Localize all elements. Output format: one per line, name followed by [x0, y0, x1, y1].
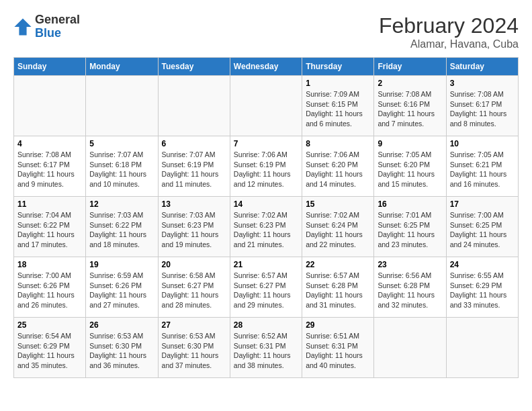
logo-general-text: General [35, 13, 80, 26]
day-info: Sunrise: 7:02 AM Sunset: 6:23 PM Dayligh… [234, 210, 298, 250]
weekday-header-tuesday: Tuesday [158, 58, 230, 76]
logo-icon [13, 17, 32, 36]
day-info: Sunrise: 7:09 AM Sunset: 6:15 PM Dayligh… [306, 89, 370, 129]
day-info: Sunrise: 6:58 AM Sunset: 6:27 PM Dayligh… [162, 271, 226, 310]
day-number: 21 [234, 260, 298, 269]
day-info: Sunrise: 6:53 AM Sunset: 6:30 PM Dayligh… [162, 331, 226, 371]
day-info: Sunrise: 6:57 AM Sunset: 6:27 PM Dayligh… [234, 271, 298, 310]
day-info: Sunrise: 7:03 AM Sunset: 6:22 PM Dayligh… [89, 210, 154, 250]
logo-blue-text: Blue [35, 26, 61, 40]
svg-marker-0 [14, 18, 31, 35]
day-info: Sunrise: 6:54 AM Sunset: 6:29 PM Dayligh… [17, 331, 82, 371]
day-info: Sunrise: 7:04 AM Sunset: 6:22 PM Dayligh… [17, 210, 82, 250]
day-info: Sunrise: 6:56 AM Sunset: 6:28 PM Dayligh… [378, 271, 442, 310]
calendar-cell: 17Sunrise: 7:00 AM Sunset: 6:25 PM Dayli… [446, 197, 518, 257]
calendar-cell: 29Sunrise: 6:51 AM Sunset: 6:31 PM Dayli… [302, 318, 374, 378]
calendar-week-row: 4Sunrise: 7:08 AM Sunset: 6:17 PM Daylig… [14, 136, 519, 197]
day-info: Sunrise: 7:06 AM Sunset: 6:19 PM Dayligh… [234, 150, 298, 189]
day-number: 17 [450, 199, 515, 209]
calendar-cell: 13Sunrise: 7:03 AM Sunset: 6:23 PM Dayli… [158, 197, 230, 257]
calendar-cell: 6Sunrise: 7:07 AM Sunset: 6:19 PM Daylig… [158, 136, 230, 197]
day-info: Sunrise: 7:01 AM Sunset: 6:25 PM Dayligh… [378, 210, 442, 250]
subtitle: Alamar, Havana, Cuba [379, 38, 519, 50]
calendar-week-row: 1Sunrise: 7:09 AM Sunset: 6:15 PM Daylig… [14, 76, 519, 136]
day-info: Sunrise: 6:52 AM Sunset: 6:31 PM Dayligh… [234, 331, 298, 371]
day-info: Sunrise: 6:53 AM Sunset: 6:30 PM Dayligh… [89, 331, 154, 371]
calendar-cell: 23Sunrise: 6:56 AM Sunset: 6:28 PM Dayli… [374, 257, 446, 318]
day-number: 24 [450, 260, 515, 269]
weekday-header-wednesday: Wednesday [230, 58, 302, 76]
day-number: 1 [306, 79, 370, 88]
day-info: Sunrise: 7:08 AM Sunset: 6:17 PM Dayligh… [17, 150, 82, 189]
day-number: 6 [162, 139, 226, 148]
day-number: 26 [89, 320, 154, 330]
calendar-cell: 20Sunrise: 6:58 AM Sunset: 6:27 PM Dayli… [158, 257, 230, 318]
day-number: 25 [17, 320, 82, 330]
calendar-cell: 18Sunrise: 7:00 AM Sunset: 6:26 PM Dayli… [14, 257, 86, 318]
day-info: Sunrise: 7:00 AM Sunset: 6:26 PM Dayligh… [17, 271, 82, 310]
day-info: Sunrise: 6:51 AM Sunset: 6:31 PM Dayligh… [306, 331, 370, 371]
day-info: Sunrise: 7:07 AM Sunset: 6:18 PM Dayligh… [89, 150, 154, 189]
day-info: Sunrise: 7:08 AM Sunset: 6:17 PM Dayligh… [450, 89, 515, 129]
day-info: Sunrise: 7:03 AM Sunset: 6:23 PM Dayligh… [162, 210, 226, 250]
day-info: Sunrise: 7:08 AM Sunset: 6:16 PM Dayligh… [378, 89, 442, 129]
day-info: Sunrise: 7:07 AM Sunset: 6:19 PM Dayligh… [162, 150, 226, 189]
day-number: 15 [306, 199, 370, 209]
day-info: Sunrise: 7:02 AM Sunset: 6:24 PM Dayligh… [306, 210, 370, 250]
day-number: 13 [162, 199, 226, 209]
day-number: 10 [450, 139, 515, 148]
calendar-cell: 22Sunrise: 6:57 AM Sunset: 6:28 PM Dayli… [302, 257, 374, 318]
day-number: 4 [17, 139, 82, 148]
calendar-week-row: 18Sunrise: 7:00 AM Sunset: 6:26 PM Dayli… [14, 257, 519, 318]
day-number: 28 [234, 320, 298, 330]
logo: General Blue [13, 13, 80, 40]
calendar-cell: 27Sunrise: 6:53 AM Sunset: 6:30 PM Dayli… [158, 318, 230, 378]
day-info: Sunrise: 7:00 AM Sunset: 6:25 PM Dayligh… [450, 210, 515, 250]
day-info: Sunrise: 6:55 AM Sunset: 6:29 PM Dayligh… [450, 271, 515, 310]
header: General Blue February 2024 Alamar, Havan… [13, 13, 519, 50]
day-number: 14 [234, 199, 298, 209]
calendar-cell: 2Sunrise: 7:08 AM Sunset: 6:16 PM Daylig… [374, 76, 446, 136]
weekday-header-thursday: Thursday [302, 58, 374, 76]
day-number: 27 [162, 320, 226, 330]
calendar-cell: 14Sunrise: 7:02 AM Sunset: 6:23 PM Dayli… [230, 197, 302, 257]
calendar-cell: 16Sunrise: 7:01 AM Sunset: 6:25 PM Dayli… [374, 197, 446, 257]
day-info: Sunrise: 6:57 AM Sunset: 6:28 PM Dayligh… [306, 271, 370, 310]
logo-text: General Blue [35, 13, 80, 40]
calendar-cell: 4Sunrise: 7:08 AM Sunset: 6:17 PM Daylig… [14, 136, 86, 197]
calendar-cell: 25Sunrise: 6:54 AM Sunset: 6:29 PM Dayli… [14, 318, 86, 378]
calendar-cell: 28Sunrise: 6:52 AM Sunset: 6:31 PM Dayli… [230, 318, 302, 378]
calendar-cell: 1Sunrise: 7:09 AM Sunset: 6:15 PM Daylig… [302, 76, 374, 136]
calendar-cell: 19Sunrise: 6:59 AM Sunset: 6:26 PM Dayli… [86, 257, 158, 318]
day-number: 9 [378, 139, 442, 148]
calendar-cell [158, 76, 230, 136]
day-number: 19 [89, 260, 154, 269]
weekday-header-saturday: Saturday [446, 58, 518, 76]
calendar-cell [86, 76, 158, 136]
day-number: 11 [17, 199, 82, 209]
main-title: February 2024 [379, 13, 519, 38]
day-number: 2 [378, 79, 442, 88]
calendar-cell: 10Sunrise: 7:05 AM Sunset: 6:21 PM Dayli… [446, 136, 518, 197]
calendar-cell: 7Sunrise: 7:06 AM Sunset: 6:19 PM Daylig… [230, 136, 302, 197]
day-number: 12 [89, 199, 154, 209]
day-info: Sunrise: 7:05 AM Sunset: 6:20 PM Dayligh… [378, 150, 442, 189]
day-info: Sunrise: 7:05 AM Sunset: 6:21 PM Dayligh… [450, 150, 515, 189]
calendar-week-row: 25Sunrise: 6:54 AM Sunset: 6:29 PM Dayli… [14, 318, 519, 378]
day-number: 20 [162, 260, 226, 269]
weekday-header-monday: Monday [86, 58, 158, 76]
day-number: 8 [306, 139, 370, 148]
calendar-cell: 15Sunrise: 7:02 AM Sunset: 6:24 PM Dayli… [302, 197, 374, 257]
calendar-cell: 3Sunrise: 7:08 AM Sunset: 6:17 PM Daylig… [446, 76, 518, 136]
calendar-week-row: 11Sunrise: 7:04 AM Sunset: 6:22 PM Dayli… [14, 197, 519, 257]
weekday-header-friday: Friday [374, 58, 446, 76]
calendar-cell: 21Sunrise: 6:57 AM Sunset: 6:27 PM Dayli… [230, 257, 302, 318]
day-number: 22 [306, 260, 370, 269]
title-area: February 2024 Alamar, Havana, Cuba [379, 13, 519, 50]
calendar-cell: 9Sunrise: 7:05 AM Sunset: 6:20 PM Daylig… [374, 136, 446, 197]
day-info: Sunrise: 7:06 AM Sunset: 6:20 PM Dayligh… [306, 150, 370, 189]
day-number: 18 [17, 260, 82, 269]
calendar-cell: 24Sunrise: 6:55 AM Sunset: 6:29 PM Dayli… [446, 257, 518, 318]
calendar-table: SundayMondayTuesdayWednesdayThursdayFrid… [13, 57, 519, 378]
calendar-cell: 11Sunrise: 7:04 AM Sunset: 6:22 PM Dayli… [14, 197, 86, 257]
